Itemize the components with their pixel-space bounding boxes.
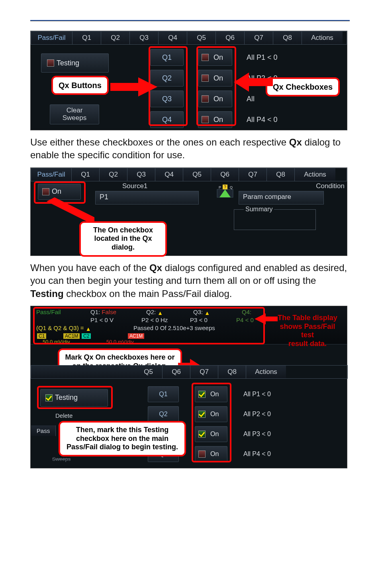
q2-on-checkbox[interactable]: On <box>198 70 232 87</box>
passfail-label: Pass/Fail <box>36 309 61 315</box>
on-checkbox[interactable]: On <box>38 184 81 200</box>
text-bold: Qx <box>289 137 302 147</box>
tab-actions[interactable]: Actions <box>302 31 343 44</box>
line1: The Table display <box>275 314 340 323</box>
q4-label: Q4: <box>242 309 251 315</box>
tab-q4[interactable]: Q4 <box>155 168 183 181</box>
q3-on-checkbox[interactable]: On <box>198 90 232 107</box>
tab-q7[interactable]: Q7 <box>239 168 267 181</box>
q2-on-checkbox[interactable]: On <box>195 406 227 422</box>
callout-qx-checkboxes: Qx Checkboxes <box>266 77 340 96</box>
testing-checkbox[interactable]: Testing <box>41 53 109 73</box>
text: Use either these checkboxes or the ones … <box>30 137 289 147</box>
tab-q5[interactable]: Q5 <box>183 168 211 181</box>
summary-label: Summary <box>244 206 274 212</box>
condition-value[interactable]: Param compare <box>239 191 324 205</box>
warning-icon <box>204 309 210 315</box>
q4-on-checkbox[interactable]: On <box>198 111 232 128</box>
expr-label: (Q1 & Q2 & Q3) = <box>36 324 91 331</box>
tab-q3[interactable]: Q3 <box>130 31 159 44</box>
q1-on-checkbox[interactable]: On <box>198 49 232 66</box>
q2-condition: All P2 < 0 <box>243 406 271 422</box>
callout-table-display: The Table display shows Pass/Fail test r… <box>268 309 347 352</box>
tab-q6[interactable]: Q6 <box>163 366 190 378</box>
delete-label: Delete <box>55 412 72 419</box>
on-label: On <box>210 431 219 438</box>
tab-hidden <box>31 366 135 378</box>
checkbox-icon <box>202 54 209 61</box>
testing-label: Testing <box>57 59 79 67</box>
clear-line1: Clear <box>50 107 99 114</box>
tab-q6[interactable]: Q6 <box>216 31 245 44</box>
tab-q5[interactable]: Q5 <box>135 366 163 378</box>
clear-sweeps-button[interactable]: Clear Sweeps <box>50 104 99 124</box>
text-bold: Qx <box>149 262 162 273</box>
svg-text:P: P <box>219 185 221 189</box>
tab-bar: Pass Q5 Q6 Q7 Q8 Actions <box>31 365 348 379</box>
warning-icon <box>157 309 163 315</box>
q1-button[interactable]: Q1 <box>148 386 179 402</box>
line3: result data. <box>275 340 340 348</box>
tab-q6[interactable]: Q6 <box>211 168 239 181</box>
on-label: On <box>210 391 219 398</box>
q2-button[interactable]: Q2 <box>150 70 184 87</box>
q4-button[interactable]: Q4 <box>150 111 184 128</box>
tab-q1[interactable]: Q1 <box>72 168 100 181</box>
q3-button[interactable]: Q3 <box>150 90 184 107</box>
on-label: On <box>210 450 219 458</box>
q1-label: Q1: False <box>90 309 116 315</box>
callout-qx-buttons: Qx Buttons <box>51 76 109 95</box>
paragraph-2: When you have each of the Qx dialogs con… <box>30 262 350 300</box>
q1-condition: All P1 < 0 <box>247 49 278 66</box>
q3-label: Q3: <box>193 309 210 315</box>
ac1m-badge: AC1M <box>63 333 80 339</box>
source-value[interactable]: P1 <box>95 191 199 205</box>
text: When you have each of the <box>30 262 149 273</box>
tab-q8[interactable]: Q8 <box>273 31 302 44</box>
summary-groupbox: Summary <box>234 209 316 230</box>
checkbox-icon <box>202 116 209 123</box>
tab-passfail[interactable]: Pass/Fail <box>31 31 72 44</box>
tab-q5[interactable]: Q5 <box>187 31 216 44</box>
tab-q7[interactable]: Q7 <box>190 366 218 378</box>
passed-label: Passed 0 Of 2.510e+3 sweeps <box>133 324 215 331</box>
q4-on-checkbox[interactable]: On <box>195 446 227 462</box>
tab-actions[interactable]: Actions <box>246 366 286 378</box>
source-label: Source1 <box>122 182 147 190</box>
q1-button[interactable]: Q1 <box>150 49 184 66</box>
passfail-result-panel: Pass/Fail Q1: False Q2: Q3: Q4: P1 < 0 V… <box>30 306 347 468</box>
clear-line2: Sweeps <box>50 114 99 122</box>
testing-checkbox[interactable]: Testing <box>40 389 108 407</box>
on-label: On <box>214 95 223 103</box>
q4-condition: All P4 < 0 <box>247 111 278 128</box>
warning-icon <box>86 325 91 331</box>
c2-scale: 50.0 mV/div <box>106 339 134 345</box>
tab-q8[interactable]: Q8 <box>267 168 295 181</box>
checkbox-icon <box>202 95 209 102</box>
checkbox-icon <box>45 394 53 401</box>
header-rule <box>30 20 350 21</box>
tab-actions[interactable]: Actions <box>295 168 335 181</box>
checkbox-icon <box>42 188 49 195</box>
q2-label: Q2: <box>146 309 163 315</box>
q3-on-checkbox[interactable]: On <box>195 426 227 442</box>
tab-q2[interactable]: Q2 <box>100 168 127 181</box>
tab-q1[interactable]: Q1 <box>72 31 101 44</box>
checkbox-icon <box>202 75 209 82</box>
tab-bar: Pass/Fail Q1 Q2 Q3 Q4 Q5 Q6 Q7 Q8 Action… <box>31 31 347 45</box>
tab-q4[interactable]: Q4 <box>159 31 187 44</box>
q4-condition: All P4 < 0 <box>243 446 271 462</box>
tab-q8[interactable]: Q8 <box>218 366 246 378</box>
tab-q2[interactable]: Q2 <box>101 31 130 44</box>
tab-q7[interactable]: Q7 <box>245 31 273 44</box>
on-label: On <box>214 116 223 124</box>
p2-cond: P2 < 0 Hz <box>141 317 168 323</box>
tab-passfail[interactable]: Pass/Fail <box>31 168 72 181</box>
tab-q3[interactable]: Q3 <box>127 168 155 181</box>
checkbox-icon <box>198 411 206 418</box>
q2-button[interactable]: Q2 <box>148 406 179 422</box>
checkbox-icon <box>198 431 206 438</box>
on-label: On <box>52 187 61 196</box>
callout-on-checkbox: The On checkbox located in the Qx dialog… <box>79 221 167 257</box>
q1-on-checkbox[interactable]: On <box>195 386 227 402</box>
